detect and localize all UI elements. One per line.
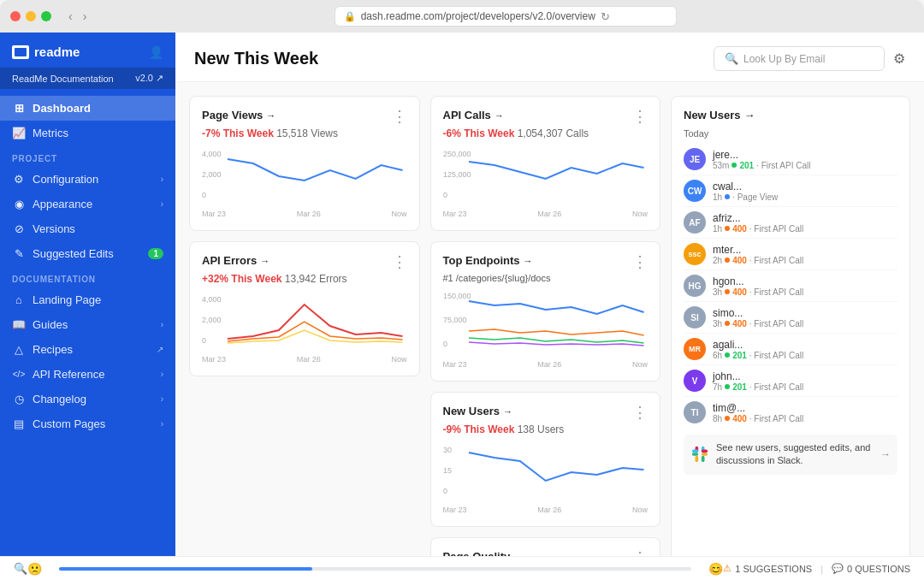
sidebar-item-dashboard[interactable]: ⊞ Dashboard: [0, 96, 175, 121]
more-options-button-3[interactable]: ⋮: [632, 109, 648, 124]
user-icon[interactable]: 👤: [149, 45, 163, 59]
header-right: 🔍 Look Up By Email ⚙: [714, 46, 905, 71]
list-item[interactable]: V john... 7h 201 · First API Call: [684, 365, 897, 397]
bottom-suggestions: ⚠ 1 SUGGESTIONS | 💬 0 QUESTIONS: [723, 563, 910, 574]
top-endpoints-subtitle: #1 /categories/{slug}/docs: [443, 273, 649, 283]
more-options-button-2[interactable]: ⋮: [392, 254, 407, 269]
nav-label-changelog: Changelog: [33, 393, 86, 405]
list-item[interactable]: JE jere... 53m 201 · First API Call: [684, 144, 897, 175]
sidebar-item-configuration[interactable]: ⚙ Configuration ›: [0, 167, 175, 192]
sidebar-header: readme 👤: [0, 33, 175, 68]
arrow-icon-2: →: [260, 256, 270, 266]
close-button[interactable]: [10, 11, 21, 21]
sidebar-item-changelog[interactable]: ◷ Changelog ›: [0, 387, 175, 411]
search-placeholder: Look Up By Email: [743, 53, 825, 65]
sidebar-item-custom-pages[interactable]: ▤ Custom Pages ›: [0, 411, 175, 436]
more-options-button-4[interactable]: ⋮: [632, 254, 648, 269]
slack-text: See new users, suggested edits, and disc…: [716, 441, 874, 468]
user-detail: 53m 201 · First API Call: [713, 161, 897, 170]
nav-label-landing-page: Landing Page: [33, 293, 101, 306]
configuration-icon: ⚙: [12, 173, 26, 186]
sidebar-item-landing-page[interactable]: ⌂ Landing Page: [0, 287, 175, 312]
page-quality-title: Page Quality →: [443, 550, 524, 556]
refresh-button[interactable]: ↻: [601, 10, 610, 23]
list-item[interactable]: TI tim@... 8h 400 · First API Call: [684, 397, 897, 428]
status-dot: [725, 194, 730, 199]
sidebar-item-api-reference[interactable]: </> API Reference ›: [0, 362, 175, 387]
list-item[interactable]: SI simo... 3h 400 · First API Call: [684, 302, 897, 334]
settings-button[interactable]: ⚙: [893, 50, 905, 67]
search-icon-bottom[interactable]: 🔍: [14, 562, 27, 575]
svg-rect-40: [702, 450, 708, 453]
card-header-new-users: New Users → ⋮: [443, 405, 649, 420]
address-bar[interactable]: 🔒 dash.readme.com/project/developers/v2.…: [335, 6, 677, 27]
slack-notification[interactable]: See new users, suggested edits, and disc…: [684, 435, 897, 475]
email-search-box[interactable]: 🔍 Look Up By Email: [714, 46, 885, 71]
avatar: CW: [684, 180, 706, 202]
svg-text:250,000: 250,000: [443, 150, 471, 158]
list-item[interactable]: CW cwal... 1h · Page View: [684, 175, 897, 207]
status-dot: [732, 163, 737, 168]
new-users-panel: New Users → Today JE jere... 53m: [671, 96, 910, 556]
sidebar-item-metrics[interactable]: 📈 Metrics: [0, 121, 175, 145]
version-bar: ReadMe Documentation v2.0 ↗: [0, 68, 175, 89]
slack-arrow-icon: →: [880, 448, 891, 460]
new-users-chart-title: New Users →: [443, 405, 512, 417]
nav-label-dashboard: Dashboard: [33, 102, 91, 115]
slack-icon: [690, 445, 709, 464]
page-title: New This Week: [194, 49, 318, 68]
main-row: Page Views → ⋮ -7% This Week 15,518 View…: [189, 96, 910, 556]
sidebar-item-suggested-edits[interactable]: ✎ Suggested Edits 1: [0, 241, 175, 266]
search-icon: 🔍: [725, 52, 738, 65]
custom-pages-icon: ▤: [12, 417, 26, 430]
changelog-icon: ◷: [12, 393, 26, 405]
svg-text:0: 0: [202, 336, 206, 345]
list-item[interactable]: ssc mter... 2h 400 · First API Call: [684, 239, 897, 270]
new-users-chart: 30 15 0: [443, 442, 649, 502]
arrow-icon: →: [266, 110, 275, 121]
status-dot: [725, 257, 730, 263]
nav-label-suggested-edits: Suggested Edits: [33, 247, 114, 260]
user-name: simo...: [713, 307, 897, 319]
avatar: JE: [684, 148, 706, 170]
more-options-button[interactable]: ⋮: [392, 109, 407, 124]
user-name: jere...: [713, 149, 897, 161]
user-name: agali...: [713, 339, 897, 351]
status-dot: [725, 384, 730, 389]
more-options-button-5[interactable]: ⋮: [632, 405, 648, 420]
user-name: mter...: [713, 244, 897, 256]
arrow-icon-4: →: [524, 256, 533, 266]
avatar: ssc: [684, 243, 706, 265]
maximize-button[interactable]: [41, 11, 51, 21]
sidebar-item-appearance[interactable]: ◉ Appearance ›: [0, 192, 175, 216]
back-button[interactable]: ‹: [65, 8, 76, 25]
landing-page-icon: ⌂: [12, 293, 26, 306]
chart-axis-api-calls: Mar 23Mar 26Now: [443, 210, 649, 218]
avatar: V: [684, 370, 706, 392]
chart-axis-top-endpoints: Mar 23Mar 26Now: [443, 360, 649, 369]
user-info: mter... 2h 400 · First API Call: [713, 244, 897, 265]
user-info: hgon... 3h 400 · First API Call: [713, 275, 897, 297]
user-detail: 1h · Page View: [713, 192, 897, 202]
svg-text:4,000: 4,000: [202, 150, 221, 158]
sidebar: readme 👤 ReadMe Documentation v2.0 ↗ ⊞ D…: [0, 33, 175, 556]
svg-text:2,000: 2,000: [202, 316, 221, 324]
forward-button[interactable]: ›: [80, 8, 91, 25]
user-name: hgon...: [713, 275, 897, 287]
sidebar-item-recipes[interactable]: △ Recipes ↗: [0, 337, 175, 362]
sidebar-item-versions[interactable]: ⊘ Versions: [0, 216, 175, 241]
sidebar-item-guides[interactable]: 📖 Guides ›: [0, 312, 175, 337]
user-info: afriz... 1h 400 · First API Call: [713, 212, 897, 234]
logo-text: readme: [34, 44, 80, 59]
api-calls-chart: 250,000 125,000 0: [443, 146, 649, 206]
list-item[interactable]: AF afriz... 1h 400 · First API Call: [684, 207, 897, 239]
chevron-right-icon-3: ›: [161, 320, 163, 329]
list-item[interactable]: MR agali... 6h 201 · First API Call: [684, 334, 897, 365]
user-info: cwal... 1h · Page View: [713, 181, 897, 202]
nav-label-versions: Versions: [33, 222, 75, 235]
more-options-button-6[interactable]: ⋮: [632, 550, 648, 556]
new-users-panel-title: New Users →: [684, 109, 897, 121]
list-item[interactable]: HG hgon... 3h 400 · First API Call: [684, 270, 897, 302]
minimize-button[interactable]: [26, 11, 36, 21]
arrow-icon-3: →: [495, 110, 504, 121]
